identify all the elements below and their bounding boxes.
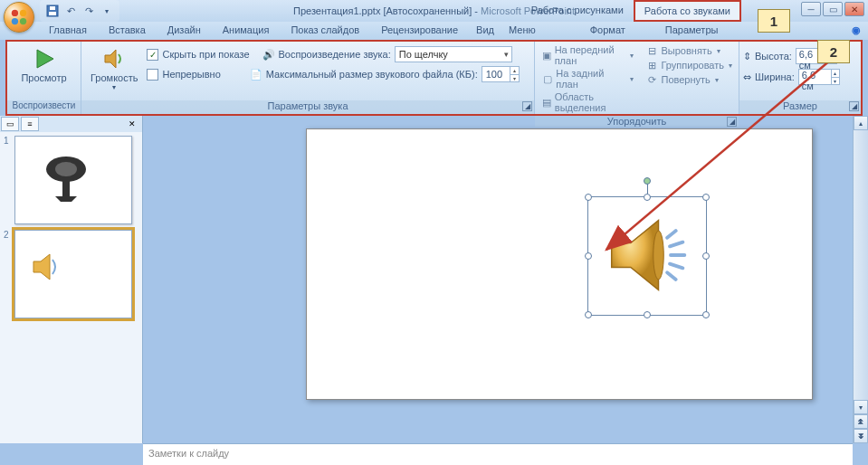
resize-handle[interactable] xyxy=(585,311,592,318)
group-label-size: Размер◢ xyxy=(739,100,861,114)
thumb-number: 2 xyxy=(4,230,11,318)
undo-icon[interactable]: ↶ xyxy=(63,4,78,18)
svg-line-19 xyxy=(667,272,676,280)
dialog-launcher-icon[interactable]: ◢ xyxy=(849,101,859,111)
filesize-icon: 📄 xyxy=(250,69,262,81)
width-label: Ширина: xyxy=(755,71,795,82)
resize-handle[interactable] xyxy=(702,252,710,260)
tab-format[interactable]: Формат xyxy=(579,22,636,40)
volume-icon xyxy=(100,45,128,72)
svg-line-18 xyxy=(670,264,682,269)
save-icon[interactable] xyxy=(45,4,60,18)
tab-parameters[interactable]: Параметры xyxy=(654,22,730,40)
preview-button[interactable]: Просмотр xyxy=(15,43,72,85)
svg-point-14 xyxy=(653,231,664,280)
svg-point-0 xyxy=(12,10,18,16)
svg-rect-6 xyxy=(50,6,55,10)
selection-pane-icon: ▤ xyxy=(541,96,552,109)
annotation-callout-2: 2 xyxy=(817,40,850,63)
tab-insert[interactable]: Вставка xyxy=(98,22,157,40)
tab-review[interactable]: Рецензирование xyxy=(370,22,469,40)
notes-pane[interactable]: Заметки к слайду xyxy=(143,443,853,465)
maxsize-label: Максимальный размер звукового файла (КБ)… xyxy=(266,69,478,80)
rotate-button[interactable]: ⟳Повернуть xyxy=(644,72,736,87)
bring-front-icon: ▣ xyxy=(541,49,552,62)
slide-thumbnail-1[interactable] xyxy=(14,136,132,224)
annotation-callout-1: 1 xyxy=(758,9,790,33)
loop-checkbox[interactable] xyxy=(147,69,158,81)
ribbon: Просмотр Воспроизвести Громкость ▾ ✓ Скр… xyxy=(5,40,863,116)
title-bar: ↶ ↷ ▾ Презентация1.pptx [Автосохраненный… xyxy=(0,0,868,22)
tab-slideshow[interactable]: Показ слайдов xyxy=(280,22,370,40)
loop-label: Непрерывно xyxy=(162,69,220,80)
align-icon: ⊟ xyxy=(646,44,659,57)
next-slide-button[interactable]: ⯯ xyxy=(854,429,868,443)
rotate-handle[interactable] xyxy=(644,177,651,185)
prev-slide-button[interactable]: ⯭ xyxy=(854,414,868,429)
group-button[interactable]: ⊞Группировать xyxy=(644,58,736,72)
redo-icon[interactable]: ↷ xyxy=(81,4,96,18)
office-button[interactable] xyxy=(4,2,34,33)
height-label: Высота: xyxy=(755,51,792,62)
group-label-play: Воспроизвести xyxy=(7,100,81,114)
svg-marker-13 xyxy=(612,221,659,290)
vertical-scrollbar[interactable]: ▴ ▾ ⯭ ⯯ xyxy=(853,116,868,443)
playback-icon: 🔊 xyxy=(262,49,275,61)
help-button[interactable]: ◉ xyxy=(844,22,868,40)
width-input[interactable]: 6,6 см▴▾ xyxy=(798,69,840,85)
tab-home[interactable]: Главная xyxy=(38,22,98,40)
selection-box[interactable] xyxy=(587,196,707,316)
group-label-soundopts: Параметры звука◢ xyxy=(81,100,534,114)
slide-panel: ▭ ≡ ✕ 1 2 xyxy=(0,116,143,443)
slides-tab[interactable]: ▭ xyxy=(1,117,19,131)
maxsize-spinner[interactable]: 100▴▾ xyxy=(482,66,520,82)
selection-pane-button[interactable]: ▤Область выделения xyxy=(539,90,636,114)
bring-front-button[interactable]: ▣На передний план xyxy=(539,43,636,67)
rotate-icon: ⟳ xyxy=(646,73,659,86)
resize-handle[interactable] xyxy=(644,311,651,318)
tab-menu[interactable]: Меню xyxy=(501,22,543,40)
playback-combo[interactable]: По щелчку xyxy=(395,46,512,62)
minimize-button[interactable]: ─ xyxy=(801,2,821,16)
svg-line-16 xyxy=(670,242,682,247)
playback-label: Воспроизведение звука: xyxy=(279,49,391,60)
slide-thumbnail-2[interactable] xyxy=(14,230,132,318)
align-button[interactable]: ⊟Выровнять xyxy=(644,43,736,58)
context-tab-pictures[interactable]: Работа с рисунками xyxy=(521,0,634,22)
svg-marker-7 xyxy=(37,50,53,68)
close-button[interactable]: ✕ xyxy=(844,2,864,16)
group-icon: ⊞ xyxy=(646,59,659,71)
resize-handle[interactable] xyxy=(644,194,651,201)
context-tab-sounds[interactable]: Работа со звуками xyxy=(634,0,741,22)
height-icon: ⇕ xyxy=(743,51,751,62)
slide-canvas-area[interactable] xyxy=(143,116,853,443)
document-name: Презентация1.pptx [Автосохраненный] xyxy=(293,5,472,16)
slide[interactable] xyxy=(306,128,813,400)
resize-handle[interactable] xyxy=(702,311,710,318)
resize-handle[interactable] xyxy=(702,194,710,201)
resize-handle[interactable] xyxy=(585,252,592,260)
svg-rect-11 xyxy=(62,178,70,196)
svg-marker-12 xyxy=(33,254,50,280)
outline-tab[interactable]: ≡ xyxy=(21,117,39,131)
workspace: ▭ ≡ ✕ 1 2 xyxy=(0,116,868,443)
scroll-up-button[interactable]: ▴ xyxy=(854,116,868,130)
svg-marker-8 xyxy=(105,50,116,68)
qat-dropdown-icon[interactable]: ▾ xyxy=(100,4,114,18)
quick-access-toolbar: ↶ ↷ ▾ xyxy=(40,0,119,22)
ribbon-tab-strip: Главная Вставка Дизайн Анимация Показ сл… xyxy=(0,22,868,40)
tab-view[interactable]: Вид xyxy=(469,22,501,40)
restore-button[interactable]: ▭ xyxy=(823,2,843,16)
volume-button[interactable]: Громкость ▾ xyxy=(85,43,143,93)
dialog-launcher-icon[interactable]: ◢ xyxy=(522,101,532,111)
speaker-icon[interactable] xyxy=(605,212,692,299)
tab-animation[interactable]: Анимация xyxy=(212,22,281,40)
hide-checkbox[interactable]: ✓ xyxy=(147,49,158,61)
send-back-button[interactable]: ▢На задний план xyxy=(539,67,636,90)
send-back-icon: ▢ xyxy=(541,72,553,85)
tab-design[interactable]: Дизайн xyxy=(157,22,212,40)
svg-point-2 xyxy=(12,18,18,24)
panel-close-icon[interactable]: ✕ xyxy=(123,117,141,131)
scroll-down-button[interactable]: ▾ xyxy=(854,400,868,414)
resize-handle[interactable] xyxy=(585,194,592,201)
